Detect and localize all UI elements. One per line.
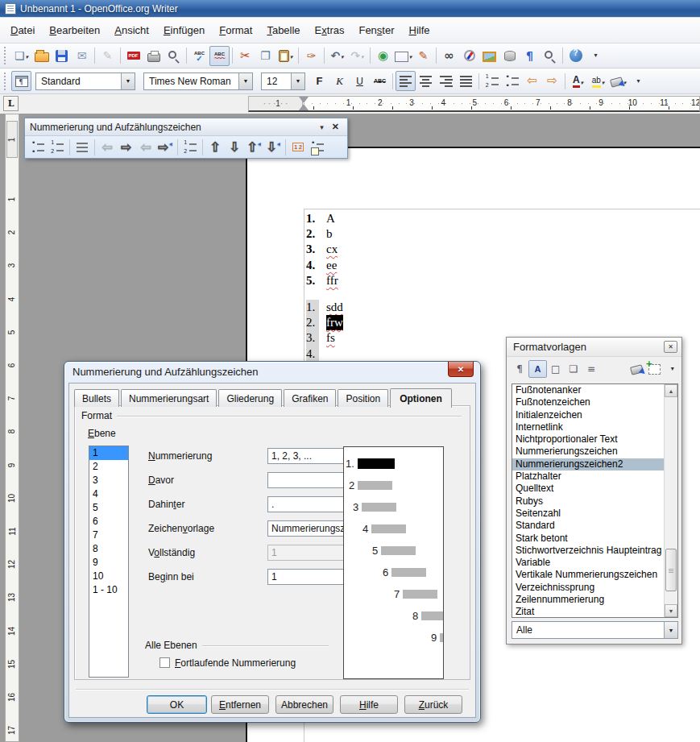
style-list-item[interactable]: Zeilennummerierung (512, 594, 665, 606)
level-item[interactable]: 10 (89, 570, 128, 583)
style-list-item[interactable]: Internetlink (512, 421, 665, 433)
tab-bullets[interactable]: Bullets (74, 389, 119, 407)
move-down-button[interactable]: ⇩ (225, 138, 244, 156)
data-sources-button[interactable] (499, 46, 520, 66)
indent-marker[interactable] (299, 97, 309, 110)
scrollbar-thumb[interactable] (665, 549, 677, 591)
menu-item[interactable]: Datei (3, 19, 42, 43)
style-list-item[interactable]: Seitenzahl (512, 508, 665, 520)
list-styles-button[interactable]: ≡ (582, 360, 600, 378)
style-list-item[interactable]: Nichtproportionaler Text (512, 433, 665, 446)
scrollbar[interactable]: ▲ ▼ (664, 384, 677, 617)
level-item[interactable]: 7 (89, 529, 128, 542)
style-list-item[interactable]: Rubys (512, 495, 665, 508)
vertical-ruler[interactable]: 1 1234567891011121314151617 (5, 114, 19, 742)
print-button[interactable] (143, 46, 164, 66)
menu-item[interactable]: Ansicht (107, 19, 156, 43)
list-item[interactable]: 2. frw (306, 315, 343, 330)
highlight-button[interactable]: ab (588, 71, 608, 91)
styles-panel[interactable]: Formatvorlagen ✕ ¶ A □ ❏ (506, 337, 682, 645)
level-item[interactable]: 6 (89, 515, 128, 529)
email-button[interactable]: ✉ (72, 46, 92, 66)
menu-item[interactable]: Fenster (351, 19, 401, 43)
tab-gliederung[interactable]: Gliederung (218, 389, 282, 407)
list-item[interactable]: 3. fs (306, 330, 343, 346)
align-center-button[interactable] (416, 71, 436, 91)
list-text[interactable]: b (326, 226, 333, 242)
list-item[interactable]: 4. (306, 346, 343, 362)
zoom-button[interactable] (540, 46, 560, 66)
level-item[interactable]: 5 (89, 501, 128, 515)
restart-numbering-button[interactable]: 1 2 (288, 138, 308, 156)
level-item[interactable]: 1 - 10 (89, 583, 128, 597)
list-text[interactable]: fs (326, 330, 335, 346)
no-list-button[interactable] (72, 138, 92, 156)
undo-button[interactable]: ↶ (327, 46, 347, 66)
level-item[interactable]: 2 (89, 460, 128, 474)
fortlaufende-checkbox[interactable] (159, 657, 170, 668)
align-left-button[interactable] (396, 71, 416, 91)
page-preview-button[interactable] (164, 46, 184, 66)
close-button[interactable]: ✕ (448, 362, 474, 377)
align-right-button[interactable] (436, 71, 456, 91)
menu-item[interactable]: Extras (308, 19, 352, 43)
style-list-item[interactable]: Stichwortverzeichnis Haupteintrag (512, 545, 665, 557)
new-document-button[interactable]: ❏ (11, 46, 31, 66)
floating-toolbar-titlebar[interactable]: Nummerierung und Aufzählungszeichen ▾ ✕ (25, 118, 347, 136)
format-paintbrush-button[interactable]: ✑ (301, 46, 321, 66)
paragraph-styles-button[interactable]: ¶ (511, 360, 528, 378)
close-icon[interactable]: ✕ (664, 341, 677, 353)
autospellcheck-button[interactable]: ABC (209, 46, 230, 66)
list-text[interactable]: ffr (326, 273, 338, 288)
style-list-item[interactable]: Nummerierungszeichen2 (512, 458, 665, 470)
title-bar[interactable]: Unbenannt 1 - OpenOffice.org Writer (0, 0, 700, 18)
draw-functions-button[interactable]: ✎ (413, 46, 433, 66)
level-item[interactable]: 8 (89, 542, 128, 556)
bold-button[interactable]: F (309, 71, 329, 91)
list-text[interactable]: A (326, 211, 335, 226)
open-button[interactable] (31, 46, 52, 66)
horizontal-ruler[interactable]: 1 123456789101112 (248, 96, 700, 112)
save-button[interactable] (52, 46, 72, 66)
numbering-dialog-button[interactable] (308, 138, 327, 156)
move-up-with-subpoints-button[interactable]: ⇧ (244, 138, 263, 156)
character-styles-button[interactable]: A (528, 360, 546, 378)
level-item[interactable]: 4 (89, 487, 128, 501)
style-list-item[interactable]: Initialenzeichen (512, 409, 665, 421)
fill-format-mode-button[interactable] (628, 360, 645, 378)
style-list-item[interactable]: Platzhalter (512, 470, 665, 483)
numbering-floating-toolbar[interactable]: Nummerierung und Aufzählungszeichen ▾ ✕ (24, 118, 348, 159)
help-button[interactable]: ? (565, 46, 586, 66)
gallery-button[interactable] (479, 46, 499, 66)
list-item[interactable]: 5. ffr (306, 273, 343, 288)
tab-position[interactable]: Position (338, 389, 388, 407)
style-list-item[interactable]: Quelltext (512, 483, 665, 495)
style-filter-combo[interactable]: Alle ▼ (512, 621, 678, 639)
level-item[interactable]: 3 (89, 474, 128, 487)
background-color-button[interactable] (608, 71, 628, 91)
cut-button[interactable]: ✂ (235, 46, 255, 66)
style-list-item[interactable]: Variable (512, 557, 665, 569)
promote-level-button[interactable]: ⇨ (117, 138, 136, 156)
decrease-indent-button[interactable]: ⇦ (522, 71, 542, 91)
list-item[interactable]: 4. ee (306, 258, 343, 273)
formatting-marks-button[interactable]: ¶ (520, 46, 540, 66)
increase-indent-button[interactable]: ⇨ (542, 71, 562, 91)
paragraph-style-combo[interactable]: Standard ▼ (35, 73, 135, 90)
list-item[interactable]: 1. A (306, 211, 343, 226)
italic-button[interactable]: K (329, 71, 350, 91)
font-size-combo[interactable]: 12 ▼ (261, 73, 305, 90)
style-list-item[interactable]: Stark betont (512, 533, 665, 545)
style-list-item[interactable]: Vertikale Nummerierungszeichen (512, 569, 665, 581)
align-justify-button[interactable] (456, 71, 476, 91)
bullet-list-toggle[interactable] (28, 138, 48, 156)
bullet-list-button[interactable] (502, 71, 522, 91)
level-listbox[interactable]: 123456789101 - 10 (89, 446, 129, 678)
menu-item[interactable]: Bearbeiten (42, 19, 107, 43)
spellcheck-button[interactable]: ABC (189, 46, 209, 66)
redo-button[interactable]: ↷ (347, 46, 367, 66)
style-list-item[interactable]: Verzeichnissprung (512, 582, 665, 594)
level-item[interactable]: 1 (89, 446, 128, 460)
tab-stop-selector[interactable]: L (3, 96, 19, 111)
frame-styles-button[interactable]: □ (547, 360, 565, 378)
